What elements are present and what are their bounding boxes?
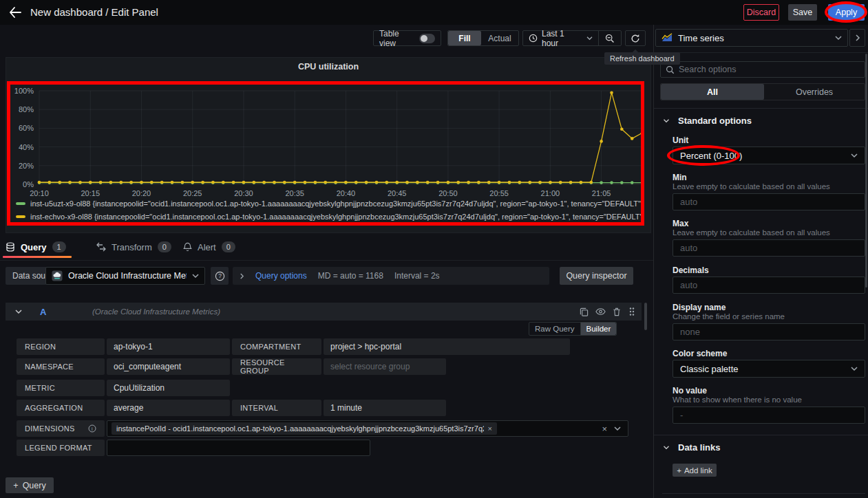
drag-handle-icon[interactable] [626, 306, 637, 317]
svg-text:40%: 40% [19, 143, 34, 151]
actual-option[interactable]: Actual [481, 31, 518, 45]
decimals-input[interactable] [673, 277, 865, 294]
fill-option[interactable]: Fill [448, 31, 481, 45]
zoom-out-icon[interactable] [599, 31, 621, 45]
refresh-dashboard-button[interactable] [625, 30, 646, 46]
table-view-switch[interactable] [419, 34, 435, 43]
apply-button[interactable]: Apply [828, 4, 865, 21]
color-scheme-label: Color scheme [673, 349, 727, 358]
tab-transform[interactable]: Transform 0 [96, 238, 171, 256]
tab-query[interactable]: Query 1 [6, 238, 66, 256]
options-search[interactable]: Search options [660, 61, 865, 78]
datasource-picker[interactable]: Oracle Cloud Infrastructure Metrics [45, 267, 205, 285]
database-icon [6, 242, 15, 252]
discard-button[interactable]: Discard [743, 4, 779, 21]
time-range-group: Last 1 hour [522, 30, 622, 46]
legend-item[interactable]: inst-echvo-x9-ol88 {instancepoolid="ocid… [16, 210, 644, 223]
panel-title: CPU utilization [6, 62, 650, 72]
refresh-icon [631, 34, 640, 43]
max-input[interactable] [673, 239, 865, 257]
chevron-down-icon [851, 366, 858, 371]
max-label: Max [673, 219, 688, 228]
visualization-value: Time series [678, 33, 829, 43]
clear-dimensions-icon[interactable]: × [602, 424, 607, 434]
tab-overrides[interactable]: Overrides [764, 84, 865, 100]
alert-count-badge: 0 [222, 241, 235, 252]
namespace-value[interactable]: oci_computeagent [107, 358, 230, 375]
dimensions-input[interactable]: instancePoolId - ocid1.instancepool.oc1.… [107, 420, 628, 437]
compartment-label: COMPARTMENT [232, 338, 321, 355]
legend-item[interactable]: inst-u5uzt-x9-ol88 {instancepoolid="ocid… [16, 197, 644, 210]
resource-group-label: RESOURCE GROUP [232, 358, 321, 375]
interval-value[interactable]: 1 minute [324, 400, 446, 416]
divider [654, 52, 868, 53]
raw-query-option[interactable]: Raw Query [529, 323, 580, 335]
region-label: REGION [17, 338, 105, 355]
add-query-button[interactable]: + Query [6, 477, 54, 493]
fill-actual-group: Fill Actual [447, 30, 519, 46]
unit-select[interactable]: Percent (0-100) [673, 147, 865, 164]
compartment-value[interactable]: project > hpc-portal [324, 338, 570, 355]
query-scrollbar[interactable] [644, 303, 647, 330]
cpu-utilization-panel: CPU utilization 0%20%40%60%80%100%20:102… [6, 57, 651, 233]
decimals-label: Decimals [673, 266, 709, 275]
color-scheme-select[interactable]: Classic palette [673, 360, 865, 378]
query-count-badge: 1 [52, 241, 66, 252]
search-icon [666, 65, 675, 74]
legend-series-color [16, 215, 25, 218]
tab-alert-label: Alert [198, 242, 216, 252]
time-range-value: Last 1 hour [542, 29, 582, 48]
unit-label: Unit [673, 136, 688, 145]
max-data-points-value: MD = auto = 1168 [318, 271, 383, 281]
standard-options-header[interactable]: Standard options [663, 116, 752, 126]
plus-icon: + [13, 481, 18, 490]
query-options-bar[interactable]: Query options MD = auto = 1168 Interval … [233, 267, 549, 285]
no-value-input[interactable] [673, 407, 865, 424]
save-button[interactable]: Save [788, 4, 817, 21]
aggregation-value[interactable]: average [107, 400, 230, 416]
options-search-placeholder: Search options [679, 65, 736, 74]
region-value[interactable]: ap-tokyo-1 [107, 338, 230, 355]
datasource-help-button[interactable]: ? [211, 267, 229, 285]
chevron-down-icon [192, 273, 199, 279]
oci-datasource-icon [52, 270, 63, 281]
resource-group-value[interactable]: select resource group [324, 358, 446, 375]
svg-text:i: i [92, 426, 93, 431]
timeseries-chart[interactable]: 0%20%40%60%80%100%20:1020:1520:2020:2520… [12, 84, 646, 202]
transform-icon [96, 242, 106, 252]
tab-all[interactable]: All [661, 84, 764, 100]
delete-query-trash-icon[interactable] [611, 306, 622, 317]
chevron-right-icon [240, 273, 244, 279]
interval-label: INTERVAL [232, 400, 321, 416]
builder-option[interactable]: Builder [580, 323, 617, 335]
add-link-button[interactable]: + Add link [673, 464, 717, 477]
hide-query-eye-icon[interactable] [595, 306, 606, 317]
svg-text:?: ? [218, 272, 222, 279]
tab-alert[interactable]: Alert 0 [183, 238, 235, 256]
query-inspector-button[interactable]: Query inspector [560, 267, 633, 285]
bell-icon [183, 242, 192, 252]
toggle-options-pane-button[interactable] [849, 29, 865, 47]
display-name-input[interactable] [673, 323, 865, 340]
duplicate-query-icon[interactable] [578, 306, 589, 317]
collapse-chevron-icon[interactable] [15, 309, 22, 314]
legend-format-input[interactable] [107, 440, 370, 456]
app-header: New dashboard / Edit Panel Discard Save … [0, 0, 868, 25]
dimensions-label: DIMENSIONS i [17, 420, 105, 437]
chevron-down-icon[interactable] [614, 426, 621, 431]
aggregation-label: AGGREGATION [17, 400, 105, 416]
time-range-picker[interactable]: Last 1 hour [523, 31, 598, 45]
remove-dimension-icon[interactable]: × [488, 424, 492, 433]
divider [654, 108, 868, 109]
color-scheme-value: Classic palette [680, 364, 739, 374]
no-value-description: What to show when there is no value [673, 396, 802, 404]
visualization-picker[interactable]: Time series [655, 29, 848, 47]
data-links-header[interactable]: Data links [663, 442, 720, 453]
options-scrollbar[interactable] [865, 54, 867, 288]
metric-value[interactable]: CpuUtilization [107, 380, 230, 396]
min-input[interactable] [673, 193, 865, 210]
timeseries-icon [661, 33, 673, 43]
tab-transform-label: Transform [112, 242, 152, 252]
back-arrow-icon[interactable] [7, 5, 23, 20]
info-icon: i [88, 424, 96, 433]
